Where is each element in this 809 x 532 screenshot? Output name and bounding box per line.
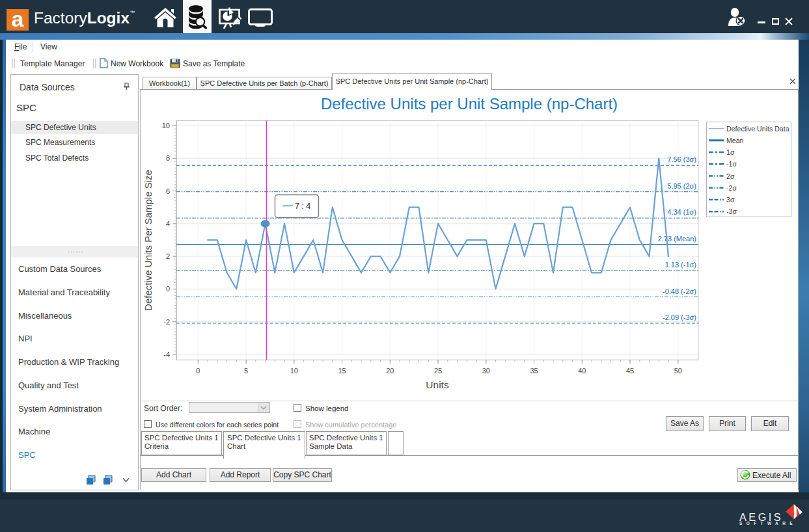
svg-text:-2.09 (-3σ): -2.09 (-3σ) — [663, 313, 696, 321]
svg-text:10: 10 — [290, 367, 298, 375]
svg-text:7 : 4: 7 : 4 — [295, 202, 310, 211]
svg-text:-4: -4 — [163, 351, 170, 358]
svg-text:Defective Units Data: Defective Units Data — [726, 125, 789, 133]
svg-text:25: 25 — [434, 367, 442, 375]
svg-text:6: 6 — [166, 187, 170, 195]
svg-text:0: 0 — [166, 285, 170, 293]
svg-text:-1σ: -1σ — [726, 160, 737, 168]
svg-text:45: 45 — [626, 367, 634, 375]
svg-text:Defective Units per Unit Sampl: Defective Units per Unit Sample (np-Char… — [321, 95, 618, 113]
svg-text:5: 5 — [244, 367, 248, 375]
svg-text:2σ: 2σ — [726, 172, 735, 180]
svg-text:4.34 (1σ): 4.34 (1σ) — [667, 208, 696, 216]
svg-text:1σ: 1σ — [726, 148, 735, 156]
svg-text:Mean: Mean — [726, 137, 744, 144]
svg-text:0: 0 — [196, 367, 200, 375]
svg-text:40: 40 — [578, 367, 586, 375]
svg-text:Units: Units — [426, 379, 449, 390]
svg-text:20: 20 — [386, 367, 394, 375]
svg-text:50: 50 — [674, 367, 682, 375]
svg-text:2: 2 — [166, 252, 170, 260]
svg-text:7.56 (3σ): 7.56 (3σ) — [667, 155, 696, 163]
svg-text:-0.48 (-2σ): -0.48 (-2σ) — [663, 287, 696, 295]
svg-text:1.13 (-1σ): 1.13 (-1σ) — [665, 261, 696, 269]
svg-text:Defective Units Per Sample Siz: Defective Units Per Sample Size — [143, 170, 154, 311]
svg-text:2.73 (Mean): 2.73 (Mean) — [658, 235, 696, 243]
svg-text:-2σ: -2σ — [726, 184, 737, 192]
svg-text:10: 10 — [162, 122, 170, 129]
svg-text:4: 4 — [166, 220, 170, 228]
svg-text:8: 8 — [166, 154, 170, 162]
svg-text:5.95 (2σ): 5.95 (2σ) — [667, 182, 696, 190]
svg-text:30: 30 — [482, 367, 490, 375]
svg-text:35: 35 — [530, 367, 538, 375]
svg-text:3σ: 3σ — [726, 196, 735, 204]
svg-text:-2: -2 — [163, 318, 170, 326]
svg-text:15: 15 — [338, 367, 346, 375]
svg-text:-3σ: -3σ — [726, 207, 737, 215]
